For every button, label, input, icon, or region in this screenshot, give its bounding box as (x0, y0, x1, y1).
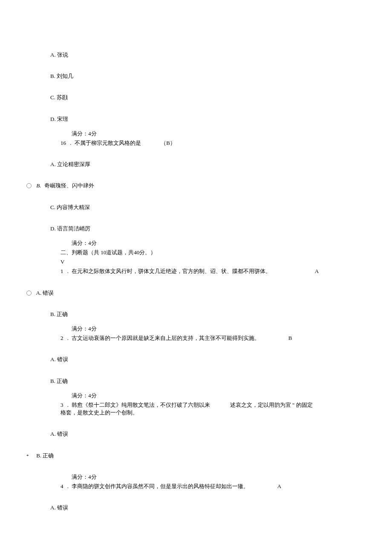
j2-score: 满分：4分 (0, 392, 392, 400)
j1-option-a-text: A. 错误 (36, 290, 54, 296)
j2-dot: . (67, 334, 69, 342)
j4-answer: A (277, 483, 281, 489)
q16-number: 16 (61, 140, 66, 146)
q15-option-b: B. 刘知几 (0, 72, 392, 80)
q16-text: 不属于柳宗元散文风格的是 (75, 140, 141, 146)
j1-stem: 1 . 在元和之际散体文风行时，骈体文几近绝迹，官方的制、诏、状、牒都不用骈体。… (0, 267, 392, 275)
section2-v: V (0, 258, 392, 266)
radio-icon (26, 183, 32, 188)
j3-option-b-text: B. 正确 (36, 452, 54, 459)
j2-answer: B (288, 335, 292, 341)
q15-option-a: A. 张说 (0, 51, 392, 59)
q15-option-d: D. 宋璟 (0, 115, 392, 123)
j3-option-b: * B. 正确 (0, 452, 392, 460)
q15-score: 满分：4分 (0, 130, 392, 138)
j3-dot: . (67, 401, 69, 409)
q16-option-b-text: 奇崛瑰怪、闪中肆外 (44, 182, 94, 189)
j1-text: 在元和之际散体文风行时，骈体文几近绝迹，官方的制、诏、状、牒都不用骈体。 (72, 268, 271, 274)
star-icon: * (26, 453, 32, 459)
j2-option-b: B. 正确 (0, 377, 392, 385)
j1-number: 1 (61, 268, 63, 274)
j3-text1: 韩愈《祭十二郎文》纯用散文笔法，不仅打破了六朝以来 (72, 402, 210, 408)
j3-score: 满分：4分 (0, 473, 392, 481)
q16-option-d: D. 语言简洁峭厉 (0, 225, 392, 233)
j1-option-b: B. 正确 (0, 311, 392, 318)
radio-icon (26, 290, 32, 296)
j3-text3: 格套，是散文史上的一个创制。 (61, 409, 349, 417)
q16-answer: （B） (161, 140, 176, 146)
j3-option-a: A. 错误 (0, 430, 392, 438)
j3-number: 3 (61, 402, 63, 408)
q15-option-c: C. 苏颋 (0, 94, 392, 101)
j2-stem: 2 . 古文运动衰落的一个原因就是缺乏来自上层的支持，其主张不可能得到实施。 B (0, 334, 392, 342)
j3-stem: 3 . 韩愈《祭十二郎文》纯用散文笔法，不仅打破了六朝以来 述哀之文，定以用韵为… (0, 401, 392, 417)
j1-answer: A (315, 268, 319, 274)
j3-text2: 述哀之文，定以用韵为宜 " 的固定 (230, 402, 313, 408)
j4-option-a: A. 错误 (0, 504, 392, 512)
j2-text: 古文运动衰落的一个原因就是缺乏来自上层的支持，其主张不可能得到实施。 (72, 335, 260, 341)
j1-option-a: A. 错误 (0, 289, 392, 297)
section2-title: 二、判断题（共 10道试题，共40分。） (0, 249, 392, 256)
q16-option-c: C. 内容博大精深 (0, 204, 392, 211)
document-page: A. 张说 B. 刘知几 C. 苏颋 D. 宋璟 满分：4分 16 . 不属于柳… (0, 0, 392, 555)
q16-option-b-label: B. (36, 182, 41, 189)
j1-score: 满分：4分 (0, 325, 392, 333)
j4-number: 4 (61, 483, 63, 489)
q16-stem: 16 . 不属于柳宗元散文风格的是 （B） (0, 139, 392, 147)
q16-option-a: A. 立论精密深厚 (0, 161, 392, 168)
j4-text: 李商隐的骈文创作其内容虽然不同，但是显示出的风格特征却如出一辙。 (72, 483, 249, 489)
j1-dot: . (67, 267, 69, 275)
j2-number: 2 (61, 335, 63, 341)
j4-dot: . (67, 483, 69, 490)
j4-stem: 4 . 李商隐的骈文创作其内容虽然不同，但是显示出的风格特征却如出一辙。 A (0, 483, 392, 490)
q16-dot: . (70, 139, 71, 147)
q16-score: 满分：4分 (0, 239, 392, 247)
q16-option-b: B. 奇崛瑰怪、闪中肆外 (0, 182, 392, 190)
j2-option-a: A. 错误 (0, 356, 392, 363)
